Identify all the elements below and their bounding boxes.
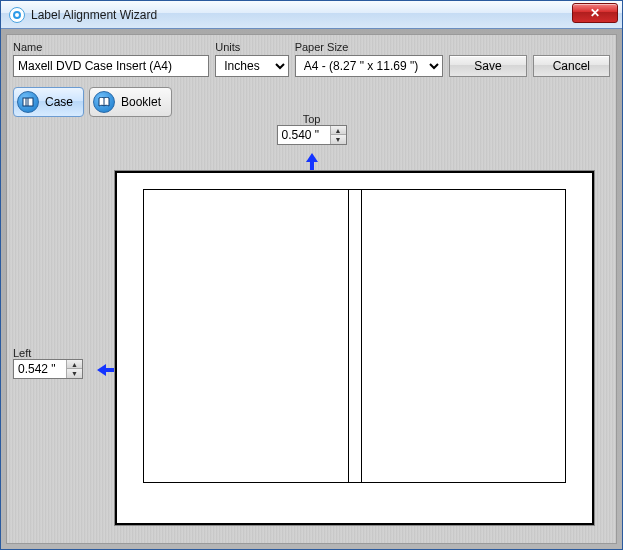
left-margin-input[interactable] <box>14 360 66 378</box>
units-label: Units <box>215 41 288 53</box>
left-margin-spinner[interactable]: ▲ ▼ <box>13 359 83 379</box>
paper-preview <box>115 171 594 525</box>
left-spin-buttons[interactable]: ▲ ▼ <box>66 360 82 378</box>
booklet-icon <box>93 91 115 113</box>
name-label: Name <box>13 41 209 53</box>
chevron-down-icon[interactable]: ▼ <box>67 369 82 378</box>
client-area: Name Units Inches Paper Size A4 - (8.27 … <box>6 34 617 544</box>
save-button[interactable]: Save <box>449 55 526 77</box>
wizard-window: Label Alignment Wizard ✕ Name Units Inch… <box>0 0 623 550</box>
chevron-down-icon[interactable]: ▼ <box>331 135 346 144</box>
top-margin-input[interactable] <box>278 126 330 144</box>
top-spin-buttons[interactable]: ▲ ▼ <box>330 126 346 144</box>
top-margin-spinner[interactable]: ▲ ▼ <box>277 125 347 145</box>
units-select[interactable]: Inches <box>215 55 288 77</box>
tab-case-label: Case <box>45 95 73 109</box>
preview-stage: Top ▲ ▼ Left ▲ <box>19 113 604 531</box>
name-input[interactable] <box>13 55 209 77</box>
chevron-up-icon[interactable]: ▲ <box>67 360 82 369</box>
label-outline <box>143 189 566 483</box>
units-field: Units Inches <box>215 41 288 77</box>
paper-field: Paper Size A4 - (8.27 " x 11.69 ") <box>295 41 444 77</box>
window-title: Label Alignment Wizard <box>31 8 157 22</box>
top-margin-label: Top <box>19 113 604 125</box>
close-button[interactable]: ✕ <box>572 3 618 23</box>
case-icon <box>17 91 39 113</box>
chevron-up-icon[interactable]: ▲ <box>331 126 346 135</box>
name-field: Name <box>13 41 209 77</box>
title-bar: Label Alignment Wizard ✕ <box>1 1 622 29</box>
settings-row: Name Units Inches Paper Size A4 - (8.27 … <box>13 41 610 77</box>
app-icon <box>9 7 25 23</box>
close-icon: ✕ <box>590 6 600 20</box>
top-margin-measure: Top ▲ ▼ <box>19 113 604 145</box>
spine-outline <box>348 190 362 482</box>
paper-select[interactable]: A4 - (8.27 " x 11.69 ") <box>295 55 444 77</box>
paper-label: Paper Size <box>295 41 444 53</box>
tab-booklet-label: Booklet <box>121 95 161 109</box>
cancel-button[interactable]: Cancel <box>533 55 610 77</box>
left-margin-measure: Left ▲ ▼ <box>13 347 83 379</box>
left-margin-label: Left <box>13 347 83 359</box>
